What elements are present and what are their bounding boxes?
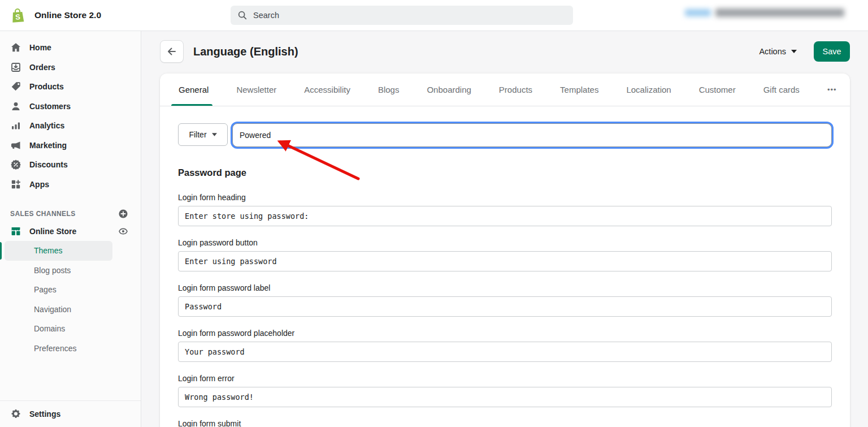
- sidebar-item-label: Marketing: [29, 141, 67, 150]
- sidebar-subitem-label: Themes: [34, 246, 63, 255]
- translation-field: Login form password label: [178, 283, 832, 317]
- field-label: Login form password label: [178, 283, 832, 292]
- field-label: Login form password placeholder: [178, 329, 832, 338]
- tab[interactable]: •••: [827, 74, 837, 106]
- sidebar-item-home[interactable]: Home: [0, 38, 141, 58]
- tab-label: Localization: [626, 85, 671, 94]
- sidebar-item-marketing[interactable]: Marketing: [0, 136, 141, 156]
- sidebar-item-label: Discounts: [29, 160, 68, 169]
- tab-label: General: [179, 85, 209, 94]
- customers-icon: [10, 101, 21, 112]
- sidebar-item-label: Home: [29, 43, 51, 52]
- sidebar-item-discounts[interactable]: Discounts: [0, 155, 141, 175]
- tab-label: Templates: [560, 85, 598, 94]
- sidebar-item-label: Customers: [29, 102, 71, 111]
- tab[interactable]: Accessibility: [304, 74, 350, 106]
- user-account-menu[interactable]: [685, 8, 844, 17]
- sidebar-subitem[interactable]: Preferences: [5, 339, 112, 359]
- translation-field: Login form submit: [178, 419, 832, 427]
- section-title: Password page: [178, 167, 832, 178]
- main-content: Language (English) Actions Save General: [141, 31, 868, 427]
- sidebar-item-settings[interactable]: Settings: [0, 404, 141, 424]
- sidebar-item-label: Settings: [29, 409, 60, 419]
- tab[interactable]: Gift cards: [763, 74, 800, 106]
- sidebar-subitem[interactable]: Pages: [5, 280, 112, 300]
- global-search[interactable]: [231, 6, 573, 25]
- field-input[interactable]: [178, 206, 832, 226]
- sidebar-item-label: Products: [29, 82, 64, 91]
- arrow-left-icon: [166, 46, 177, 57]
- tab-label: Products: [499, 85, 532, 94]
- field-input[interactable]: [178, 296, 832, 317]
- translation-fields: Login form heading Login password button…: [178, 193, 832, 427]
- sidebar-item-analytics[interactable]: Analytics: [0, 116, 141, 136]
- add-sales-channel-icon[interactable]: [118, 209, 128, 219]
- sidebar-item-label: Orders: [29, 63, 55, 72]
- apps-grid-icon: [10, 179, 21, 190]
- sidebar-item-online-store[interactable]: Online Store: [0, 221, 141, 241]
- field-label: Login form error: [178, 374, 832, 383]
- tab[interactable]: General: [179, 74, 209, 106]
- field-label: Login password button: [178, 238, 832, 247]
- tab[interactable]: Blogs: [378, 74, 400, 106]
- view-store-eye-icon[interactable]: [118, 226, 128, 236]
- sidebar-footer: Settings: [0, 400, 141, 427]
- account-email-redacted: [715, 8, 844, 17]
- filter-button[interactable]: Filter: [178, 123, 228, 146]
- sidebar-item-apps[interactable]: Apps: [0, 175, 141, 195]
- sidebar-item-orders[interactable]: Orders: [0, 58, 141, 77]
- sidebar-subitem-label: Navigation: [34, 305, 71, 314]
- online-store-icon: [10, 226, 21, 237]
- home-icon: [10, 42, 21, 53]
- page-header: Language (English) Actions Save: [160, 40, 850, 63]
- sidebar-subitem[interactable]: Domains: [5, 319, 112, 339]
- search-input[interactable]: [253, 11, 547, 20]
- save-button[interactable]: Save: [814, 41, 850, 62]
- tab[interactable]: Onboarding: [427, 74, 471, 106]
- sidebar-subitem[interactable]: Navigation: [5, 300, 112, 320]
- chevron-down-icon: [212, 133, 217, 136]
- sidebar-subitem-label: Blog posts: [34, 266, 71, 275]
- tab[interactable]: Customer: [699, 74, 736, 106]
- tab-label: Accessibility: [304, 85, 350, 94]
- language-editor-card: General Newsletter Accessibility Blogs: [160, 74, 850, 427]
- topbar: S Online Store 2.0: [0, 0, 868, 31]
- translation-field: Login password button: [178, 238, 832, 271]
- discounts-percent-icon: [10, 159, 21, 170]
- settings-gear-icon: [10, 408, 21, 420]
- translation-field: Login form password placeholder: [178, 329, 832, 362]
- back-button[interactable]: [160, 40, 184, 63]
- tab-label: Blogs: [378, 85, 400, 94]
- filter-label: Filter: [189, 130, 206, 139]
- field-input[interactable]: [178, 251, 832, 271]
- sidebar: Home Orders Products Customers: [0, 31, 141, 427]
- sidebar-item-products[interactable]: Products: [0, 77, 141, 97]
- sidebar-subitem-label: Pages: [34, 285, 57, 294]
- tab-label: Newsletter: [236, 85, 276, 94]
- sidebar-item-label: Online Store: [29, 227, 76, 236]
- sidebar-subitem[interactable]: Blog posts: [5, 261, 112, 281]
- sidebar-item-label: Analytics: [29, 121, 64, 130]
- sidebar-item-customers[interactable]: Customers: [0, 97, 141, 117]
- analytics-icon: [10, 120, 21, 131]
- shopify-logo-icon[interactable]: S: [10, 7, 25, 24]
- tab-label: Gift cards: [763, 85, 800, 94]
- chevron-down-icon: [791, 50, 797, 53]
- products-tag-icon: [10, 81, 21, 92]
- page-title: Language (English): [193, 45, 298, 58]
- tab-label: Customer: [699, 85, 736, 94]
- sales-channels-header: SALES CHANNELS: [0, 206, 141, 221]
- field-input[interactable]: [178, 342, 832, 362]
- tab[interactable]: Products: [499, 74, 532, 106]
- tab[interactable]: Templates: [560, 74, 598, 106]
- search-icon: [237, 10, 248, 20]
- tab[interactable]: Localization: [626, 74, 671, 106]
- tab[interactable]: Newsletter: [236, 74, 276, 106]
- sidebar-subitem[interactable]: Themes: [5, 241, 112, 261]
- translation-filter-input[interactable]: [232, 123, 832, 147]
- field-input[interactable]: [178, 387, 832, 407]
- filter-row: Filter: [178, 123, 832, 147]
- marketing-megaphone-icon: [10, 140, 21, 151]
- actions-button[interactable]: Actions: [759, 47, 797, 56]
- tab-label: •••: [827, 85, 837, 94]
